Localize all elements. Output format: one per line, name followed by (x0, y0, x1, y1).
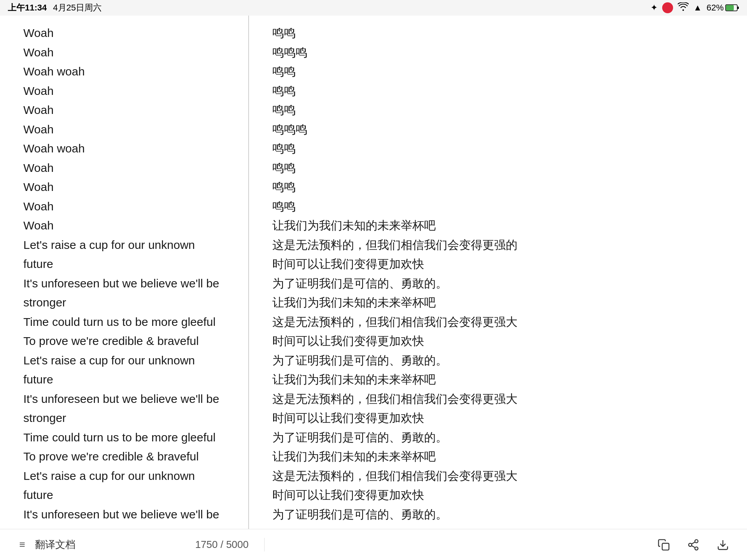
right-lyric-line: 时间可以让我们变得更加欢快 (272, 408, 724, 428)
right-lyric-line: 为了证明我们是可信的、勇敢的。 (272, 505, 724, 524)
toolbar-right (265, 536, 731, 553)
brightness-icon: ✦ (651, 3, 658, 13)
right-lyric-line: 为了证明我们是可信的、勇敢的。 (272, 274, 724, 293)
svg-rect-2 (726, 5, 734, 10)
left-lyric-line: Woah (23, 216, 225, 235)
right-lyric-line: 鸣鸣 (272, 100, 724, 120)
left-lyric-line: Let's raise a cup for our unknown future (23, 351, 225, 389)
left-lyric-line: Time could turn us to be more gleeful (23, 428, 225, 447)
left-lyric-line: Woah (23, 197, 225, 216)
status-bar: 上午11:34 4月25日周六 ✦ ▲ 62% (0, 0, 747, 16)
toolbar: ≡ 翻译文档 1750 / 5000 (0, 529, 747, 560)
copy-button[interactable] (655, 536, 672, 553)
right-lyric-line: 鸣鸣 (272, 158, 724, 178)
doc-icon: ≡ (16, 538, 29, 551)
right-lyric-line: 鸣鸣 (272, 62, 724, 81)
status-time: 上午11:34 (8, 2, 47, 14)
right-lyric-line: 这是无法预料的，但我们相信我们会变得更强大 (272, 312, 724, 332)
svg-rect-1 (737, 7, 739, 9)
left-lyric-line: Woah (23, 177, 225, 197)
wifi-icon (678, 2, 689, 13)
right-lyric-line: 让我们为我们未知的未来举杯吧 (272, 370, 724, 389)
right-lyric-line: 让我们为我们未知的未来举杯吧 (272, 293, 724, 312)
right-lyric-line: 鸣鸣鸣 (272, 120, 724, 139)
left-lyric-line: Woah (23, 120, 225, 139)
right-lyric-line: 时间可以让我们变得更加欢快 (272, 254, 724, 274)
right-lyric-line: 为了证明我们是可信的、勇敢的。 (272, 428, 724, 447)
left-lyric-line: Let's raise a cup for our unknown future (23, 235, 225, 274)
right-lyric-line: 鸣鸣 (272, 81, 724, 101)
svg-point-5 (689, 543, 692, 546)
right-lyric-line: 让我们为我们未知的未来举杯吧 (272, 216, 724, 235)
left-panel: WoahWoahWoah woahWoahWoahWoahWoah woahWo… (0, 16, 249, 529)
left-lyric-line: It's unforeseen but we believe we'll be … (23, 274, 225, 312)
left-lyric-line: Woah woah (23, 139, 225, 158)
right-lyric-line: 鸣鸣 (272, 139, 724, 158)
left-lyric-line: Time could turn us to be more gleeful (23, 312, 225, 332)
translate-doc-label: 翻译文档 (35, 538, 75, 551)
signal-icon: ▲ (693, 3, 702, 13)
main-content: WoahWoahWoah woahWoahWoahWoahWoah woahWo… (0, 16, 747, 529)
status-date: 4月25日周六 (53, 2, 102, 14)
right-lyric-line: 鸣鸣 (272, 197, 724, 216)
right-lyric-line: 这是无法预料的，但我们相信我们会变得更强的 (272, 235, 724, 255)
right-lyric-line: 时间可以让我们变得更加欢快 (272, 331, 724, 351)
left-lyric-line: It's unforeseen but we believe we'll be … (23, 389, 225, 428)
right-lyric-line: 这是无法预料的，但我们相信我们会变得更强大 (272, 389, 724, 409)
svg-point-6 (695, 547, 698, 550)
svg-line-7 (691, 546, 695, 548)
left-lyric-line: It's unforeseen but we believe we'll be … (23, 505, 225, 529)
left-lyric-line: To prove we're credible & braveful (23, 331, 225, 351)
right-lyric-line: 为了证明我们是可信的、勇敢的。 (272, 351, 724, 370)
left-lyric-line: Woah (23, 81, 225, 101)
right-panel: 鸣鸣鸣鸣鸣鸣鸣鸣鸣鸣鸣鸣鸣鸣鸣鸣鸣鸣鸣鸣鸣鸣让我们为我们未知的未来举杯吧这是无法… (249, 16, 747, 529)
battery-display: 62% (707, 3, 739, 13)
right-lyric-line: 时间可以让我们变得更加欢快 (272, 485, 724, 505)
left-lyric-line: Woah (23, 23, 225, 43)
download-button[interactable] (714, 536, 731, 553)
right-lyric-line: 让我们为我们未知的未来举杯吧 (272, 447, 724, 466)
left-lyric-line: To prove we're credible & braveful (23, 447, 225, 466)
share-button[interactable] (685, 536, 702, 553)
battery-percent: 62% (707, 3, 724, 13)
left-lyric-line: Woah (23, 43, 225, 62)
right-lyric-line: 这是无法预料的，但我们相信我们会变得更强大 (272, 466, 724, 486)
right-lyric-line: 鸣鸣 (272, 23, 724, 43)
right-lyric-line: 鸣鸣鸣 (272, 43, 724, 62)
svg-rect-3 (662, 543, 669, 550)
char-counter: 1750 / 5000 (195, 539, 249, 551)
svg-point-4 (695, 539, 698, 542)
left-lyric-line: Woah (23, 158, 225, 178)
left-lyric-line: Woah (23, 100, 225, 120)
right-lyric-line: 鸣鸣 (272, 177, 724, 197)
left-lyric-line: Woah woah (23, 62, 225, 81)
record-icon (662, 2, 673, 13)
toolbar-left: ≡ 翻译文档 1750 / 5000 (16, 538, 265, 551)
svg-line-8 (691, 542, 695, 544)
left-lyric-line: Let's raise a cup for our unknown future (23, 466, 225, 505)
